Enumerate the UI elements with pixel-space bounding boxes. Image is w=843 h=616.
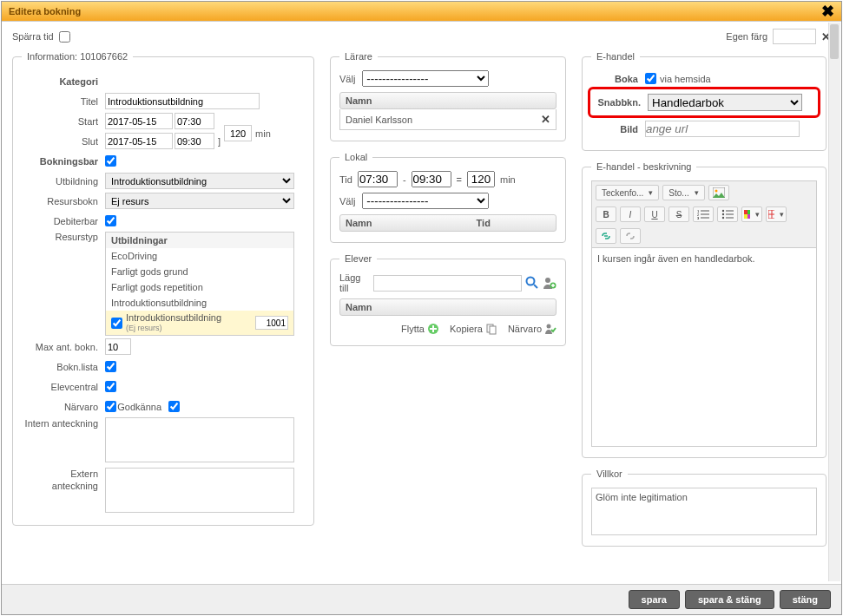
ehandel-beskrivning-fieldset: E-handel - beskrivning Teckenfo... Sto..… bbox=[582, 161, 827, 458]
link-button[interactable] bbox=[596, 228, 616, 244]
svg-line-1 bbox=[534, 285, 537, 288]
larare-valj-select[interactable]: ---------------- bbox=[362, 70, 489, 87]
spara-button[interactable]: spara bbox=[629, 590, 680, 609]
larare-valj-label: Välj bbox=[339, 74, 355, 84]
resurstyp-header: Utbildningar bbox=[106, 233, 293, 248]
debiterbar-label: Debiterbar bbox=[22, 216, 105, 226]
dialog-title: Editera bokning bbox=[9, 6, 81, 16]
editor-body[interactable]: I kursen ingår även en handledarbok. bbox=[591, 247, 817, 447]
svg-rect-6 bbox=[490, 326, 496, 334]
resurstyp-sel-checkbox[interactable] bbox=[111, 318, 122, 329]
duration-input[interactable] bbox=[224, 125, 252, 141]
start-date-input[interactable] bbox=[105, 113, 173, 129]
start-time-input[interactable] bbox=[175, 113, 214, 129]
bokningsbar-label: Bokningsbar bbox=[22, 156, 105, 167]
lokal-namn-header: Namn bbox=[346, 218, 372, 228]
resurstyp-item[interactable]: Farligt gods repetition bbox=[106, 279, 293, 295]
svg-point-16 bbox=[722, 210, 724, 212]
villkor-textarea[interactable]: Glöm inte legitimation bbox=[591, 488, 817, 535]
resurstyp-item[interactable]: EcoDriving bbox=[106, 248, 293, 264]
elever-namn-header: Namn bbox=[346, 302, 372, 312]
lagg-till-input[interactable] bbox=[373, 275, 522, 292]
debiterbar-checkbox[interactable] bbox=[105, 215, 116, 226]
narvaro-checkbox[interactable] bbox=[105, 401, 116, 412]
font-family-button[interactable]: Teckenfo... bbox=[596, 185, 659, 200]
add-student-icon[interactable] bbox=[543, 276, 557, 290]
elevcentral-label: Elevcentral bbox=[22, 382, 105, 392]
bokningsbar-checkbox[interactable] bbox=[105, 155, 116, 167]
ordered-list-button[interactable]: 123 bbox=[693, 206, 714, 222]
bold-button[interactable]: B bbox=[596, 206, 616, 222]
snabbkn-select[interactable]: Handledarbok bbox=[648, 94, 802, 111]
resursbokn-select[interactable]: Ej resurs bbox=[105, 193, 294, 209]
flytta-action[interactable]: Flytta bbox=[401, 323, 439, 335]
information-fieldset: Information: 101067662 Kategori Titel St… bbox=[12, 51, 314, 526]
resurstyp-sel-sub: (Ej resurs) bbox=[126, 324, 162, 332]
boknlista-checkbox[interactable] bbox=[105, 361, 116, 372]
narvaro-action[interactable]: Närvaro bbox=[508, 323, 557, 335]
intern-anteckning-textarea[interactable] bbox=[105, 417, 294, 462]
lokal-tid-header: Tid bbox=[477, 218, 491, 228]
titel-label: Titel bbox=[22, 96, 105, 107]
lokal-valj-label: Välj bbox=[339, 196, 355, 206]
italic-button[interactable]: I bbox=[620, 206, 641, 222]
max-ant-input[interactable] bbox=[105, 338, 131, 355]
unlink-button[interactable] bbox=[620, 228, 641, 244]
svg-point-7 bbox=[547, 324, 551, 329]
lokal-dur-input[interactable] bbox=[467, 171, 495, 187]
svg-point-9 bbox=[715, 190, 717, 193]
scrollbar-thumb[interactable] bbox=[830, 24, 839, 59]
kopiera-action[interactable]: Kopiera bbox=[450, 323, 497, 335]
scrollbar[interactable] bbox=[828, 23, 840, 581]
villkor-fieldset: Villkor Glöm inte legitimation bbox=[582, 469, 827, 547]
lokal-t2-input[interactable] bbox=[412, 171, 451, 187]
unordered-list-button[interactable] bbox=[717, 206, 738, 222]
lokal-valj-select[interactable]: ---------------- bbox=[362, 193, 489, 209]
underline-button[interactable]: U bbox=[644, 206, 665, 222]
villkor-text: Glöm inte legitimation bbox=[596, 492, 688, 502]
stang-button[interactable]: stäng bbox=[780, 590, 831, 609]
lokal-tid-label: Tid bbox=[339, 174, 352, 185]
information-legend: Information: 101067662 bbox=[22, 51, 133, 62]
color-button[interactable] bbox=[741, 206, 762, 222]
extern-anteckning-textarea[interactable] bbox=[105, 468, 294, 513]
resurstyp-item-selected[interactable]: Introduktionsutbildning (Ej resurs) bbox=[106, 311, 293, 335]
image-button[interactable] bbox=[708, 185, 729, 200]
slut-label: Slut bbox=[22, 136, 105, 147]
larare-legend: Lärare bbox=[339, 51, 378, 62]
spara-stang-button[interactable]: spara & stäng bbox=[685, 590, 774, 609]
close-icon[interactable]: ✖ bbox=[821, 2, 834, 21]
lokal-eq: = bbox=[457, 174, 462, 185]
egen-farg-input[interactable] bbox=[773, 29, 816, 44]
lokal-legend: Lokal bbox=[339, 152, 372, 162]
elevcentral-checkbox[interactable] bbox=[105, 381, 116, 392]
lokal-t1-input[interactable] bbox=[358, 171, 398, 187]
resurstyp-sel-value[interactable] bbox=[255, 316, 288, 330]
sparra-tid-label: Spärra tid bbox=[12, 31, 54, 42]
editor-toolbar: Teckenfo... Sto... B I U S 123 bbox=[591, 180, 817, 247]
svg-rect-26 bbox=[748, 214, 750, 219]
bild-label: Bild bbox=[591, 124, 645, 134]
resurstyp-listbox[interactable]: Utbildningar EcoDriving Farligt gods gru… bbox=[105, 232, 294, 336]
boka-label: Boka bbox=[591, 74, 645, 84]
ehandel-fieldset: E-handel Boka via hemsida Snabbkn. Handl… bbox=[582, 51, 827, 151]
resurstyp-item[interactable]: Introduktionsutbildning bbox=[106, 295, 293, 311]
font-size-button[interactable]: Sto... bbox=[662, 185, 704, 200]
via-hemsida-label: via hemsida bbox=[660, 74, 711, 84]
boka-checkbox[interactable] bbox=[645, 73, 656, 84]
resurstyp-item[interactable]: Farligt gods grund bbox=[106, 264, 293, 279]
search-icon[interactable] bbox=[525, 276, 539, 290]
godkanna-checkbox[interactable] bbox=[168, 401, 180, 412]
remove-teacher-icon[interactable] bbox=[541, 113, 550, 126]
strike-button[interactable]: S bbox=[668, 206, 689, 222]
utbildning-select[interactable]: Introduktionsutbildning bbox=[105, 173, 294, 189]
slut-date-input[interactable] bbox=[105, 133, 173, 149]
sparra-tid-checkbox[interactable] bbox=[59, 31, 70, 43]
svg-rect-25 bbox=[744, 214, 748, 219]
larare-teacher-name: Daniel Karlsson bbox=[346, 115, 412, 125]
table-button[interactable] bbox=[766, 206, 787, 222]
slut-time-input[interactable] bbox=[175, 133, 214, 149]
bild-input[interactable] bbox=[645, 121, 800, 137]
svg-point-2 bbox=[545, 278, 550, 283]
titel-input[interactable] bbox=[105, 93, 260, 109]
